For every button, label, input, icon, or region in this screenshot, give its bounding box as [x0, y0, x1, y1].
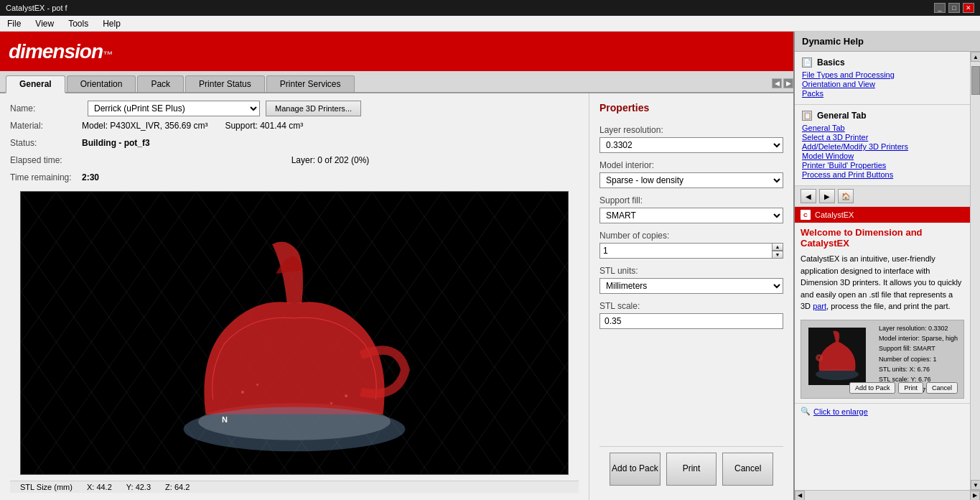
add-to-pack-button[interactable]: Add to Pack [610, 453, 661, 486]
help-content-wrapper: 📄 Basics File Types and Processing Orien… [795, 52, 980, 490]
minimize-button[interactable]: _ [934, 3, 946, 13]
link-select-printer[interactable]: Select a 3D Printer [802, 133, 963, 142]
properties-panel: Properties Layer resolution: 0.3302 Mode… [589, 93, 793, 500]
main-layout: dimension™ General Orientation Pack Prin… [0, 32, 980, 500]
tab-printer-services[interactable]: Printer Services [266, 75, 355, 92]
elapsed-label: Elapsed time: [10, 155, 82, 165]
copies-up-button[interactable]: ▲ [772, 243, 783, 251]
model-interior-select[interactable]: Solid Sparse - low density Sparse - high… [599, 172, 783, 188]
link-general-tab[interactable]: General Tab [802, 124, 963, 132]
link-packs[interactable]: Packs [802, 89, 963, 98]
help-scrollbar[interactable]: ▲ ▼ [970, 52, 980, 490]
copies-spinners: ▲ ▼ [772, 243, 783, 259]
link-build-properties[interactable]: Printer 'Build' Properties [802, 161, 963, 170]
welcome-title: Welcome to Dimension and CatalystEX [795, 223, 970, 250]
svg-point-7 [256, 384, 258, 386]
stl-units-row: STL units: Inches Millimeters [599, 266, 783, 294]
help-back-button[interactable]: ◀ [801, 189, 816, 203]
menu-help[interactable]: Help [95, 17, 128, 30]
printer-select[interactable]: Derrick (uPrint SE Plus) [88, 101, 260, 116]
copies-label: Number of copies: [599, 231, 783, 241]
spacer [599, 336, 783, 439]
right-help-panel: Dynamic Help 📄 Basics File Types and Pro… [793, 32, 980, 500]
nav-left-btn[interactable]: ◀ [772, 78, 782, 88]
link-add-delete-printers[interactable]: Add/Delete/Modify 3D Printers [802, 142, 963, 151]
close-button[interactable]: ✕ [963, 3, 974, 13]
link-process-print[interactable]: Process and Print Buttons [802, 170, 963, 179]
copies-input[interactable] [599, 243, 772, 259]
thumbnail-inner [808, 328, 866, 385]
remaining-label: Time remaining: [10, 172, 82, 182]
axis-n-label: N [222, 415, 228, 424]
layer-resolution-row: Layer resolution: 0.3302 [599, 125, 783, 153]
support-fill-select[interactable]: SMART Basic Minimal Surround [599, 208, 783, 223]
name-row: Name: Derrick (uPrint SE Plus) Manage 3D… [10, 101, 579, 116]
svg-point-5 [184, 407, 406, 451]
link-orientation-view[interactable]: Orientation and View [802, 80, 963, 88]
scrollbar-thumb[interactable] [971, 66, 980, 95]
model-interior-row: Model interior: Solid Sparse - low densi… [599, 160, 783, 188]
menu-view[interactable]: View [28, 17, 61, 30]
model-interior-label: Model interior: [599, 160, 783, 170]
menu-file[interactable]: File [0, 17, 28, 30]
basics-icon: 📄 [802, 57, 812, 68]
catalyst-banner: C CatalystEX [795, 207, 970, 223]
help-forward-button[interactable]: ▶ [819, 189, 835, 203]
copies-down-button[interactable]: ▼ [772, 251, 783, 259]
basics-title: 📄 Basics [802, 57, 963, 68]
thumbnail-cancel-btn[interactable]: Cancel [926, 382, 958, 394]
svg-point-8 [345, 394, 347, 397]
thumbnail-svg [808, 328, 866, 385]
material-row: Material: Model: P430XL_IVR, 356.69 cm³ … [10, 118, 579, 134]
scroll-right-arrow[interactable]: ▶ [970, 491, 980, 501]
horizontal-scrollbar: ◀ ▶ [795, 490, 980, 500]
part-link[interactable]: part [813, 302, 826, 310]
general-tab-icon: 📋 [802, 111, 812, 121]
maximize-button[interactable]: □ [948, 3, 960, 13]
stl-units-select[interactable]: Inches Millimeters [599, 278, 783, 294]
titlebar-title: CatalystEX - pot f [6, 4, 67, 12]
scrollbar-up-arrow[interactable]: ▲ [971, 52, 980, 62]
scrollbar-down-arrow[interactable]: ▼ [971, 480, 980, 490]
model-svg [21, 192, 568, 474]
left-panel: dimension™ General Orientation Pack Prin… [0, 32, 793, 500]
tab-general[interactable]: General [6, 75, 65, 93]
brand-logo: dimension™ [9, 40, 112, 63]
tab-orientation[interactable]: Orientation [67, 75, 136, 92]
titlebar: CatalystEX - pot f _ □ ✕ [0, 0, 980, 16]
stl-x-value: X: 44.2 [87, 483, 112, 491]
stl-scale-label: STL scale: [599, 301, 783, 311]
svg-point-9 [330, 402, 332, 404]
remaining-row: Time remaining: 2:30 [10, 170, 579, 185]
stl-units-label: STL units: [599, 266, 783, 276]
layer-resolution-select[interactable]: 0.3302 [599, 137, 783, 153]
layer-value: Layer: 0 of 202 (0%) [291, 155, 370, 165]
link-file-types[interactable]: File Types and Processing [802, 70, 963, 79]
support-fill-label: Support fill: [599, 195, 783, 205]
tab-printer-status[interactable]: Printer Status [185, 75, 265, 92]
name-label: Name: [10, 103, 82, 114]
print-button[interactable]: Print [666, 453, 717, 486]
bottom-bar: Add to Pack Print Cancel [599, 446, 783, 491]
stl-z-value: Z: 64.2 [165, 483, 190, 491]
viewport: N [20, 191, 569, 475]
viewport-canvas: N [21, 192, 568, 474]
support-value: Support: 401.44 cm³ [225, 121, 303, 131]
tab-pack[interactable]: Pack [137, 75, 184, 92]
copies-input-row: ▲ ▼ [599, 243, 783, 259]
nav-right-btn[interactable]: ▶ [783, 78, 793, 88]
material-value: Model: P430XL_IVR, 356.69 cm³ [82, 121, 207, 131]
link-model-window[interactable]: Model Window [802, 152, 963, 160]
click-enlarge-link[interactable]: Click to enlarge [813, 407, 868, 416]
thumbnail-print-btn[interactable]: Print [898, 382, 923, 394]
status-value: Building - pot_f3 [82, 138, 150, 148]
scroll-left-arrow[interactable]: ◀ [795, 491, 805, 501]
thumbnail-add-pack-btn[interactable]: Add to Pack [849, 382, 896, 394]
tabs-bar: General Orientation Pack Printer Status … [0, 71, 793, 93]
cancel-button[interactable]: Cancel [722, 453, 773, 486]
svg-point-6 [241, 391, 244, 394]
manage-3d-printers-button[interactable]: Manage 3D Printers... [266, 101, 361, 116]
stl-size-label: STL Size (mm) [20, 483, 73, 491]
help-home-button[interactable]: 🏠 [838, 189, 854, 203]
menu-tools[interactable]: Tools [61, 17, 95, 30]
